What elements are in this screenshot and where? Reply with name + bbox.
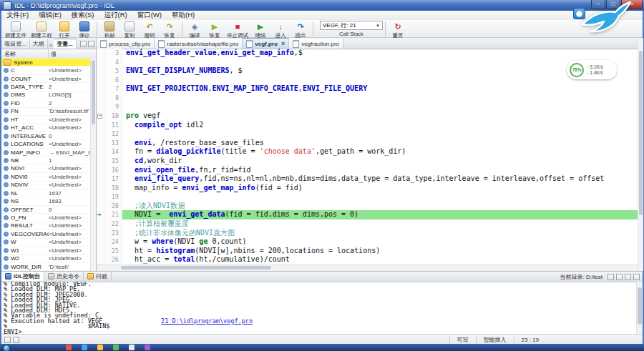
scroll-lock-icon[interactable] bbox=[616, 274, 623, 280]
scrollbar-thumb[interactable] bbox=[92, 60, 95, 124]
variable-row[interactable]: HT<Undefined> bbox=[1, 116, 91, 124]
code-line[interactable]: 7ENVI_GET_PROJECTION,ENVI_MAP_INFO_CREAT… bbox=[97, 84, 638, 94]
code-line[interactable]: 17 envi_file_query,fid,ns=ns,nl=nl,nb=nb… bbox=[97, 174, 638, 184]
variable-row[interactable]: COUNT<Undefined> bbox=[1, 75, 91, 83]
toolbar-button-paste[interactable]: 粘贴 bbox=[99, 21, 119, 39]
toolbar-button-stop[interactable]: 停止调试 bbox=[225, 21, 250, 39]
code-line[interactable]: 25 ht = histogram(NDVI[w],nbins = 200,lo… bbox=[97, 247, 638, 256]
taskbar-app-1-icon[interactable] bbox=[66, 345, 72, 350]
variable-row[interactable]: C<Undefined> bbox=[1, 66, 91, 74]
variable-row[interactable]: W<Undefined> bbox=[1, 239, 91, 247]
fold-collapse-icon[interactable]: − bbox=[97, 114, 102, 119]
tab-overflow-chevron-icon[interactable]: » bbox=[48, 42, 54, 49]
toolbar-button-undo[interactable]: 撤销 bbox=[140, 21, 160, 39]
variable-row[interactable]: W2<Undefined> bbox=[1, 255, 91, 263]
variable-row[interactable]: NDVI0<Undefined> bbox=[1, 173, 91, 181]
code-line[interactable]: 6 bbox=[97, 76, 638, 85]
code-line[interactable]: 18 map_info = envi_get_map_info(fid = fi… bbox=[97, 184, 638, 193]
code-line[interactable]: 3envi_get_header_value,envi_get_map_info… bbox=[97, 49, 638, 58]
code-line[interactable]: 26 ht_acc = total(ht,/cumulative)/count bbox=[97, 255, 638, 265]
toolbar-button-compile[interactable]: 编译 bbox=[185, 21, 205, 39]
taskbar-app-2-icon[interactable] bbox=[82, 345, 87, 350]
taskbar-app-4-icon[interactable] bbox=[113, 345, 119, 350]
code-line[interactable]: →21 NDVI = envi_get_data(fid = fid,dims … bbox=[97, 210, 638, 219]
speed-overlay[interactable]: 78% 3.1K/s 1.4K/s bbox=[567, 60, 617, 79]
callstack-dropdown[interactable]: VEGF, 行: 21 ▼ bbox=[320, 21, 383, 30]
toolbar-button-save[interactable]: 保存 bbox=[74, 21, 94, 39]
toolbar-button-new-file[interactable]: 新建文件 bbox=[3, 21, 29, 39]
scrollbar-thumb[interactable] bbox=[638, 287, 642, 325]
maximize-panel-icon[interactable] bbox=[633, 274, 640, 280]
variable-row[interactable]: HT_ACC<Undefined> bbox=[1, 124, 91, 132]
variable-row[interactable]: W1<Undefined> bbox=[1, 247, 91, 254]
variable-row[interactable]: NL1637 bbox=[1, 189, 91, 197]
taskbar-app-6-icon[interactable] bbox=[145, 345, 150, 350]
menu-item[interactable]: 窗口(W) bbox=[132, 11, 167, 20]
variable-row[interactable]: NDVIV<Undefined> bbox=[1, 182, 91, 189]
screenshot-tool-icon[interactable] bbox=[573, 8, 585, 19]
left-panel-tab[interactable]: 大纲 bbox=[30, 39, 48, 49]
close-tab-icon[interactable]: × bbox=[281, 40, 285, 47]
code-line[interactable]: 19 bbox=[97, 192, 638, 202]
statusbar-icon[interactable] bbox=[4, 337, 11, 343]
code-line[interactable]: 14 fn = dialog_pickfile(title = 'choose … bbox=[97, 147, 638, 157]
code-line[interactable]: 8 bbox=[97, 94, 638, 103]
statusbar-icon[interactable] bbox=[13, 337, 19, 343]
left-panel-tab[interactable]: 项目资... bbox=[1, 39, 30, 49]
console-scrollbar[interactable] bbox=[636, 282, 643, 335]
view-menu-icon[interactable] bbox=[88, 41, 94, 47]
start-orb-icon[interactable] bbox=[3, 345, 11, 351]
bird-logo-overlay[interactable] bbox=[580, 0, 633, 36]
editor-horizontal-scrollbar[interactable] bbox=[97, 265, 638, 271]
variable-row[interactable]: INTERLEAVE0 bbox=[1, 132, 91, 140]
taskbar-app-5-icon[interactable] bbox=[129, 345, 135, 350]
variable-row[interactable]: NB1 bbox=[1, 157, 91, 164]
menu-item[interactable]: 编辑(E) bbox=[34, 11, 67, 20]
collapse-all-icon[interactable] bbox=[80, 41, 87, 47]
variable-row[interactable]: OFFSET0 bbox=[1, 206, 91, 214]
scrollbar-thumb[interactable] bbox=[639, 51, 643, 215]
code-line[interactable]: 20 ;读入NDVI数据 bbox=[97, 202, 638, 211]
variable-row[interactable]: DATA_TYPE2 bbox=[1, 83, 91, 91]
variable-row[interactable]: FN'D:\test\result.tif' bbox=[1, 108, 91, 116]
menu-item[interactable]: 搜索(S) bbox=[67, 11, 99, 20]
menu-item[interactable]: 运行(R) bbox=[99, 11, 132, 20]
code-line[interactable]: 9 bbox=[97, 102, 638, 112]
variables-scrollbar[interactable] bbox=[90, 59, 96, 271]
toolbar-button-step-out[interactable]: 跳出 bbox=[291, 21, 311, 39]
variable-row[interactable]: DIMSLONG[5] bbox=[1, 92, 91, 99]
source-link[interactable]: 21 D:\idlprogram\vegf.pro bbox=[161, 317, 253, 325]
code-line[interactable]: −10pro vegf bbox=[97, 112, 638, 121]
console-tab[interactable]: 历史命令 bbox=[44, 272, 84, 281]
variable-row[interactable]: LOCATIONS<Undefined> bbox=[1, 140, 91, 148]
menu-item[interactable]: 文件(F) bbox=[1, 11, 34, 20]
column-header-value[interactable]: 值 bbox=[49, 50, 96, 58]
variable-row[interactable]: System bbox=[1, 59, 91, 66]
variable-row[interactable]: NS1683 bbox=[1, 197, 91, 205]
console-tab[interactable]: IDL控制台 bbox=[1, 272, 44, 281]
variable-row[interactable]: VEGCOVERAGE<Undefined> bbox=[1, 230, 91, 238]
windows-taskbar[interactable] bbox=[0, 344, 644, 351]
toolbar-button-continue[interactable]: 继续 bbox=[250, 21, 270, 39]
variable-row[interactable]: WORK_DIR'D:\test\' bbox=[1, 263, 91, 271]
toolbar-button-copy[interactable]: 复制 bbox=[119, 21, 140, 39]
variable-row[interactable]: NDVI<Undefined> bbox=[1, 165, 91, 173]
editor-vertical-scrollbar[interactable] bbox=[638, 38, 643, 271]
toolbar-button-new-project[interactable]: 新建工程 bbox=[29, 21, 54, 39]
code-line[interactable]: 5ENVI_GET_DISPLAY_NUMBERS, $ bbox=[97, 66, 638, 76]
code-line[interactable]: 24 w = where(NDVI ge 0,count) bbox=[97, 237, 638, 247]
editor-tab[interactable]: vegfraction.pro bbox=[289, 39, 343, 49]
editor-tab[interactable]: vegf.pro× bbox=[243, 38, 289, 49]
variable-row[interactable]: MAP_INFO→ ENVI_MAP_INFO... bbox=[1, 149, 91, 157]
toolbar-button-step-into[interactable]: 进入 bbox=[270, 21, 291, 39]
toolbar-button-open[interactable]: 打开 bbox=[54, 21, 74, 39]
code-line[interactable]: 23 ;统计非水体像元的NDVI直方图 bbox=[97, 229, 638, 238]
reset-button[interactable]: 重置 bbox=[388, 21, 408, 39]
scrollbar-thumb[interactable] bbox=[121, 266, 271, 270]
editor-tab[interactable]: rastersubsetviashapefile.pro bbox=[155, 39, 243, 49]
minimize-panel-icon[interactable] bbox=[625, 274, 631, 280]
toolbar-button-resume[interactable]: 恢复 bbox=[205, 21, 225, 39]
code-line[interactable]: 12 bbox=[97, 129, 638, 139]
code-line[interactable]: 22 ;计算植被覆盖度 bbox=[97, 219, 638, 229]
variable-row[interactable]: RESULT<Undefined> bbox=[1, 222, 91, 230]
